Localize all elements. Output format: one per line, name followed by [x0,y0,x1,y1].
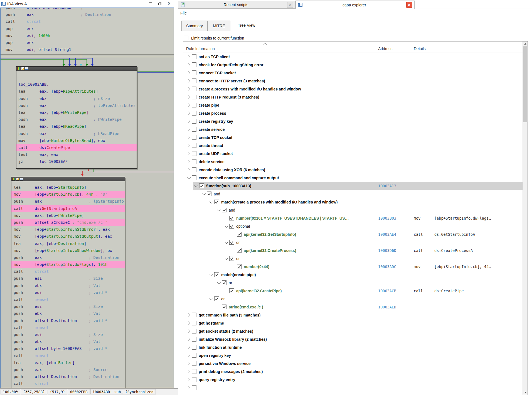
limit-results-checkbox[interactable] [184,36,188,40]
maximize-button[interactable] [147,1,153,6]
tree-row[interactable]: or [184,279,523,287]
checkbox-unchecked[interactable] [192,78,196,83]
chevron-right-icon[interactable] [186,62,191,67]
chevron-right-icon[interactable] [186,329,191,334]
column-address[interactable]: Address [378,46,392,51]
tree-row[interactable]: match(create a process with modified I/O… [184,198,523,206]
chevron-right-icon[interactable] [186,337,191,342]
chevron-right-icon[interactable] [186,103,191,108]
checkbox-unchecked[interactable] [192,119,196,124]
checkbox-unchecked[interactable] [192,143,196,148]
tree-row[interactable]: and [184,206,523,214]
checkbox-checked[interactable] [222,208,226,212]
tree-row[interactable]: api(kernel32.CreateProcess)10003D6Dcalld… [184,246,523,254]
tree-row[interactable]: create registry key [184,117,523,125]
checkbox-unchecked[interactable] [192,369,196,374]
tab-close-icon[interactable]: ✕ [406,2,412,8]
chevron-right-icon[interactable] [186,345,191,350]
tree-header[interactable]: Rule Information Address Details [183,41,528,53]
tab-tree-view[interactable]: Tree View [231,19,262,31]
tree-row[interactable]: api(kernel32.GetStartupInfo)10003AE4call… [184,230,523,238]
node-chart-icon[interactable] [25,67,28,70]
tree-row[interactable]: string(cmd.exe /c )10003AED [184,303,523,311]
tree-row[interactable]: or [184,295,523,303]
checkbox-unchecked[interactable] [192,127,196,132]
checkbox-unchecked[interactable] [192,329,196,333]
checkbox-checked[interactable] [229,240,234,245]
chevron-down-icon[interactable] [216,280,221,285]
checkbox-checked[interactable] [214,272,219,277]
checkbox-unchecked[interactable] [192,385,196,390]
chevron-down-icon[interactable] [209,200,214,205]
tree-row[interactable] [184,384,523,392]
tree-row[interactable]: create pipe [184,101,523,109]
node-color-icon[interactable] [12,178,15,181]
chevron-right-icon[interactable] [186,361,191,366]
chevron-down-icon[interactable] [216,208,221,213]
node-titlebar[interactable] [16,67,137,71]
checkbox-unchecked[interactable] [192,345,196,350]
checkbox-unchecked[interactable] [192,313,196,317]
chevron-down-icon[interactable] [209,296,214,301]
checkbox-unchecked[interactable] [192,135,196,140]
chevron-right-icon[interactable] [186,95,191,100]
chevron-right-icon[interactable] [186,159,191,164]
tree-row[interactable]: delete service [184,158,523,166]
tab-summary[interactable]: Summary [181,21,208,31]
tree-row[interactable]: and [184,190,523,198]
tree-row[interactable]: initialize Winsock library (2 matches) [184,335,523,343]
tree-row[interactable]: create process [184,109,523,117]
chevron-right-icon[interactable] [186,119,191,124]
node-edit-icon[interactable] [16,178,19,181]
checkbox-unchecked[interactable] [192,361,196,366]
tree-row[interactable]: or [184,254,523,262]
column-details[interactable]: Details [414,46,426,51]
tree-row[interactable]: act as TCP client [184,53,523,61]
chevron-right-icon[interactable] [186,78,191,84]
chevron-right-icon[interactable] [186,151,191,156]
checkbox-checked[interactable] [229,288,234,293]
checkbox-unchecked[interactable] [192,70,196,75]
checkbox-unchecked[interactable] [192,87,196,91]
tab-mitre[interactable]: MITRE [208,21,230,31]
checkbox-unchecked[interactable] [192,353,196,358]
checkbox-checked[interactable] [229,224,234,229]
tab-close-icon[interactable]: ✕ [287,2,293,8]
tree-row[interactable]: or [184,238,523,246]
tree-row[interactable]: number(0x101 = STARTF_USESTDHANDLES | ST… [184,214,523,222]
tree-row[interactable]: optional [184,222,523,230]
checkbox-checked[interactable] [214,200,219,204]
checkbox-checked[interactable] [237,232,242,237]
checkbox-unchecked[interactable] [192,151,196,156]
tree-row[interactable]: print debug messages (2 matches) [184,367,523,376]
chevron-right-icon[interactable] [186,111,191,116]
scroll-down-button[interactable] [523,390,528,395]
checkbox-unchecked[interactable] [192,159,196,164]
tree-row[interactable]: query registry entry [184,376,523,384]
chevron-right-icon[interactable] [186,313,191,318]
tree-row[interactable]: create HTTP request (3 matches) [184,93,523,101]
column-rule-information[interactable]: Rule Information [186,46,215,51]
checkbox-unchecked[interactable] [192,95,196,99]
chevron-right-icon[interactable] [186,54,191,59]
chevron-right-icon[interactable] [186,127,191,132]
checkbox-checked[interactable] [222,305,226,309]
checkbox-unchecked[interactable] [192,111,196,116]
tree-row[interactable]: create thread [184,141,523,149]
vertical-scrollbar[interactable] [523,41,528,395]
graph-node-block-loc-10003ABB[interactable]: loc_10003ABB:lea eax, [ebp+PipeAttribute… [16,66,137,169]
tree-row[interactable]: get hostname [184,319,523,327]
tree-row[interactable]: api(kernel32.CreatePipe)10003ACBcallds:C… [184,287,523,295]
tab-recent-scripts[interactable]: Recent scripts ✕ [178,1,295,9]
chevron-down-icon[interactable] [224,256,229,261]
chevron-right-icon[interactable] [186,385,191,390]
tree-row[interactable]: get common file path (3 matches) [184,311,523,319]
ida-window-titlebar[interactable]: IDA View-A × [0,0,178,8]
chevron-down-icon[interactable] [201,192,206,197]
tab-capa-explorer[interactable]: capa explorer ✕ [295,1,415,9]
restore-button[interactable] [157,1,162,6]
checkbox-checked[interactable] [237,248,242,253]
chevron-right-icon[interactable] [186,353,191,358]
tree-row[interactable]: connect TCP socket [184,69,523,77]
node-titlebar[interactable] [11,177,125,181]
